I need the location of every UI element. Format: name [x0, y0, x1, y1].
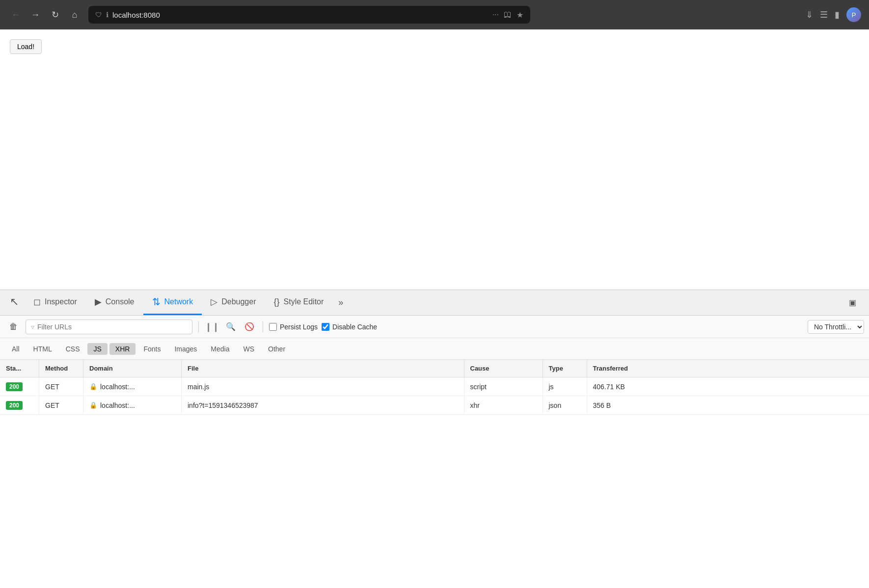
pause-button[interactable]: ❙❙	[205, 321, 219, 332]
cell-transferred-2: 356 B	[587, 396, 869, 414]
col-domain[interactable]: Domain	[83, 360, 182, 377]
disable-cache-label[interactable]: Disable Cache	[322, 323, 377, 331]
load-button[interactable]: Load!	[10, 39, 42, 54]
clear-button[interactable]: 🗑	[5, 319, 22, 335]
more-button[interactable]: ···	[492, 10, 499, 19]
sidebar-toggle-icon[interactable]: ▮	[835, 9, 840, 20]
col-transferred[interactable]: Transferred	[587, 360, 869, 377]
filter-tab-fonts[interactable]: Fonts	[137, 343, 166, 355]
filter-tab-media[interactable]: Media	[205, 343, 235, 355]
shield-icon: 🛡	[95, 11, 102, 19]
console-icon: ▶	[95, 296, 102, 307]
cell-method-1: GET	[39, 377, 83, 396]
domain-text-1: localhost:...	[100, 383, 135, 391]
browser-toolbar-right: ⇓ ☰ ▮ P	[806, 7, 861, 22]
tab-debugger[interactable]: ▷ Debugger	[202, 290, 265, 315]
download-icon[interactable]: ⇓	[806, 9, 813, 20]
filter-icon: ▿	[31, 323, 34, 331]
search-button[interactable]: 🔍	[223, 320, 238, 334]
tab-pick[interactable]: ↖	[4, 290, 25, 315]
cell-cause-2: xhr	[464, 396, 543, 414]
block-button[interactable]: 🚫	[242, 320, 257, 334]
pocket-icon[interactable]: 🕮	[504, 10, 512, 19]
filter-tab-all[interactable]: All	[6, 343, 26, 355]
network-table: Sta... Method Domain File Cause Type Tra…	[0, 360, 869, 588]
cell-file-1: main.js	[182, 377, 464, 396]
profile-avatar[interactable]: P	[846, 7, 861, 22]
tab-style-editor-label: Style Editor	[284, 297, 324, 306]
col-type[interactable]: Type	[543, 360, 587, 377]
url-text: localhost:8080	[112, 11, 489, 19]
dock-icon: ▣	[849, 298, 856, 307]
address-actions: ··· 🕮 ★	[492, 10, 523, 20]
col-file[interactable]: File	[182, 360, 464, 377]
inspector-icon: ◻	[33, 296, 41, 307]
tab-debugger-label: Debugger	[221, 297, 256, 306]
devtools-actions: ▣	[840, 290, 865, 315]
search-icon: 🔍	[226, 322, 236, 331]
filter-tabs: All HTML CSS JS XHR Fonts Images Media W…	[0, 338, 869, 360]
back-button[interactable]: ←	[8, 7, 24, 23]
lock-icon-1: 🔒	[89, 383, 97, 390]
info-icon: ℹ	[106, 11, 109, 19]
persist-logs-label[interactable]: Persist Logs	[269, 323, 318, 331]
pick-icon: ↖	[10, 295, 19, 308]
tab-inspector-label: Inspector	[45, 297, 77, 306]
persist-logs-checkbox[interactable]	[269, 323, 277, 331]
table-row[interactable]: 200 GET 🔒 localhost:... info?t=159134652…	[0, 396, 869, 415]
cell-status-2: 200	[0, 396, 39, 414]
cell-status-1: 200	[0, 377, 39, 396]
home-button[interactable]: ⌂	[67, 7, 82, 23]
col-status[interactable]: Sta...	[0, 360, 39, 377]
tab-inspector[interactable]: ◻ Inspector	[25, 290, 86, 315]
filter-tab-js[interactable]: JS	[87, 343, 107, 355]
nav-buttons: ← → ↻ ⌂	[8, 7, 82, 23]
domain-text-2: localhost:...	[100, 401, 135, 409]
table-header: Sta... Method Domain File Cause Type Tra…	[0, 360, 869, 377]
bookmark-icon[interactable]: ★	[516, 10, 523, 20]
cell-domain-1: 🔒 localhost:...	[83, 377, 182, 396]
library-icon[interactable]: ☰	[820, 9, 828, 20]
filter-tab-xhr[interactable]: XHR	[109, 343, 136, 355]
tab-console[interactable]: ▶ Console	[86, 290, 143, 315]
style-editor-icon: {}	[273, 297, 279, 307]
disable-cache-checkbox[interactable]	[322, 323, 329, 331]
address-bar[interactable]: 🛡 ℹ localhost:8080 ··· 🕮 ★	[88, 6, 530, 24]
cell-transferred-1: 406.71 KB	[587, 377, 869, 396]
toolbar-separator-1	[198, 321, 199, 332]
filter-tab-other[interactable]: Other	[262, 343, 291, 355]
col-method[interactable]: Method	[39, 360, 83, 377]
block-icon: 🚫	[244, 322, 254, 331]
devtools-tab-bar: ↖ ◻ Inspector ▶ Console ⇅ Network ▷ Debu…	[0, 290, 869, 316]
lock-icon-2: 🔒	[89, 401, 97, 409]
more-tabs-button[interactable]: »	[332, 290, 349, 315]
filter-tab-ws[interactable]: WS	[237, 343, 260, 355]
tab-console-label: Console	[106, 297, 135, 306]
table-row[interactable]: 200 GET 🔒 localhost:... main.js script j…	[0, 377, 869, 396]
filter-url-input[interactable]	[37, 323, 187, 331]
cell-cause-1: script	[464, 377, 543, 396]
trash-icon: 🗑	[9, 322, 18, 332]
filter-tab-html[interactable]: HTML	[27, 343, 58, 355]
forward-button[interactable]: →	[27, 7, 43, 23]
cell-type-1: js	[543, 377, 587, 396]
dock-button[interactable]: ▣	[843, 294, 861, 312]
cell-method-2: GET	[39, 396, 83, 414]
reload-button[interactable]: ↻	[47, 7, 63, 23]
pause-icon: ❙❙	[205, 321, 219, 332]
filter-tab-css[interactable]: CSS	[60, 343, 86, 355]
filter-url-wrapper[interactable]: ▿	[26, 320, 192, 334]
tab-network-label: Network	[164, 297, 193, 306]
network-toolbar: 🗑 ▿ ❙❙ 🔍 🚫 Persist Logs Disable Cache No…	[0, 316, 869, 338]
devtools-panel: ↖ ◻ Inspector ▶ Console ⇅ Network ▷ Debu…	[0, 290, 869, 588]
tab-style-editor[interactable]: {} Style Editor	[265, 290, 332, 315]
filter-tab-images[interactable]: Images	[168, 343, 203, 355]
tab-network[interactable]: ⇅ Network	[143, 290, 202, 315]
col-cause[interactable]: Cause	[464, 360, 543, 377]
cell-domain-2: 🔒 localhost:...	[83, 396, 182, 414]
throttle-select[interactable]: No Throttli...	[808, 320, 864, 334]
network-icon: ⇅	[152, 296, 161, 308]
toolbar-separator-2	[263, 321, 263, 332]
page-content: Load!	[0, 29, 869, 290]
disable-cache-text: Disable Cache	[332, 323, 377, 331]
